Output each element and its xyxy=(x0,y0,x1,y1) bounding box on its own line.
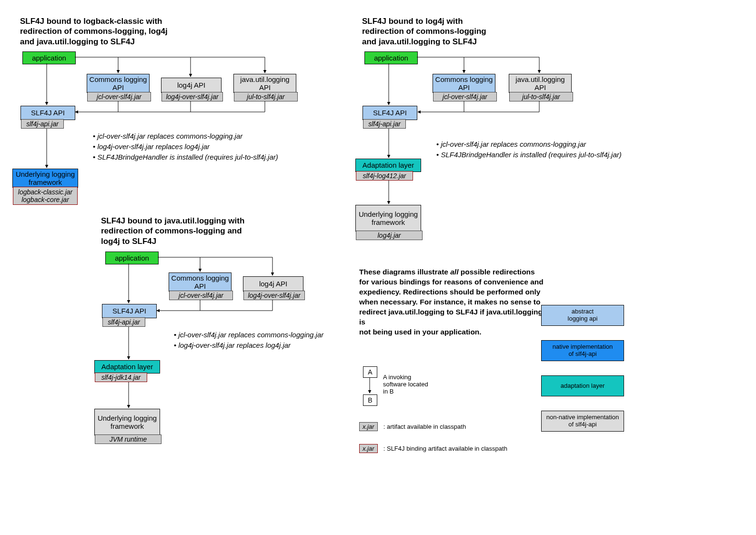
legend-adaptation-box: adaptation layer xyxy=(541,375,624,396)
legend-xjar-row: x.jar : artifact available in classpath xyxy=(359,422,466,431)
legend-abstract-box: abstract logging api xyxy=(541,305,624,326)
explanation-note: These diagrams illustrate all possible r… xyxy=(359,267,545,337)
legend-nonnative-box: non-native implementation of slf4j-api xyxy=(541,411,624,432)
legend-native-box: native implementation of slf4j-api xyxy=(541,340,624,361)
legend-xjar2-row: x.jar : SLF4J binding artifact available… xyxy=(359,444,507,453)
legend-ab-text: A invoking software located in B xyxy=(383,373,428,395)
